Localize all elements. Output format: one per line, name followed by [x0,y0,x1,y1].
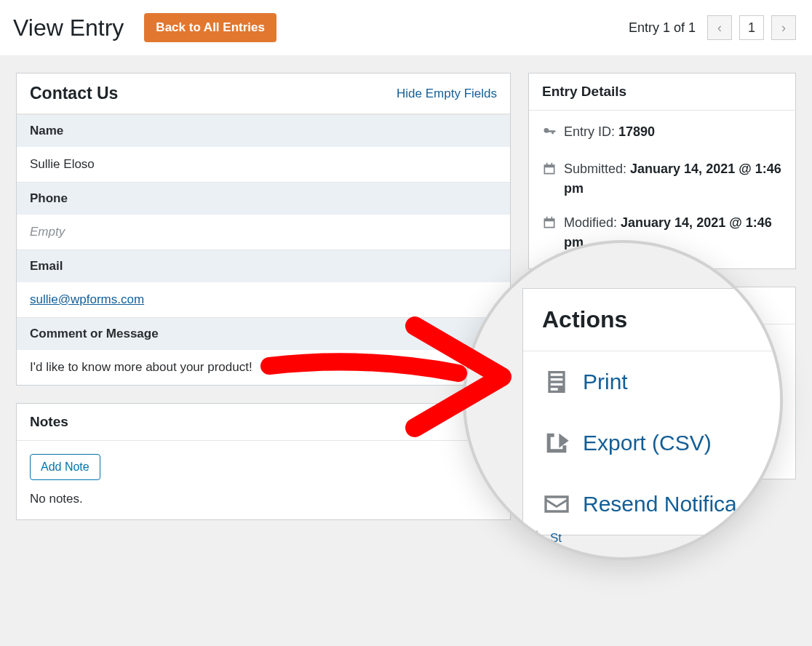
magnified-action-export[interactable]: Export (CSV) [523,412,780,474]
field-value-name: Sullie Eloso [17,147,510,182]
no-notes-text: No notes. [30,492,497,506]
field-label-name: Name [17,114,510,147]
pager-page-number: 1 [739,15,764,40]
hide-empty-fields-link[interactable]: Hide Empty Fields [397,87,497,101]
entry-details-title: Entry Details [542,84,626,100]
magnifier-overlay: Actions Print Export (CSV) Resend Notifi… [463,240,783,560]
field-value-email: sullie@wpforms.com [17,282,510,317]
detail-entry-id: Entry ID: 17890 [542,122,782,145]
magnified-star-label: St [550,531,562,546]
calendar-icon [542,162,557,182]
field-label-email: Email [17,250,510,282]
pager-count: Entry 1 of 1 [629,20,696,36]
notes-card: Notes Add Note No notes. [16,403,511,520]
notes-title: Notes [30,414,68,430]
pager-next-button[interactable]: › [771,15,796,40]
notes-body: Add Note No notes. [17,441,510,519]
mail-icon [542,490,571,519]
magnified-actions-title: Actions [542,306,761,333]
submitted-label: Submitted: [564,162,626,176]
modified-label: Modified: [564,215,617,230]
back-to-entries-button[interactable]: Back to All Entries [144,13,276,42]
field-value-comment: I'd like to know more about your product… [17,350,510,385]
field-value-phone: Empty [17,215,510,250]
magnified-print-label: Print [583,370,628,394]
pager-prev-button[interactable]: ‹ [707,15,732,40]
form-title: Contact Us [30,84,118,103]
left-column: Contact Us Hide Empty Fields Name Sullie… [16,73,511,538]
calendar-icon [542,215,557,236]
page-title: View Entry [13,15,124,41]
magnified-resend-label: Resend Notifica [583,492,737,517]
field-label-phone: Phone [17,182,510,215]
magnified-actions-header: Actions [523,289,780,351]
print-icon [542,367,571,396]
top-bar: View Entry Back to All Entries Entry 1 o… [0,0,812,55]
magnified-action-print[interactable]: Print [523,351,780,412]
field-label-comment: Comment or Message [17,317,510,350]
detail-submitted: Submitted: January 14, 2021 @ 1:46 pm [542,159,782,199]
entry-pager: Entry 1 of 1 ‹ 1 › [629,15,796,40]
entry-details-header: Entry Details [529,73,795,111]
entry-fields-card: Contact Us Hide Empty Fields Name Sullie… [16,73,511,386]
entry-details-card: Entry Details Entry ID: 17890 [528,73,796,269]
key-icon [542,124,557,145]
magnified-actions-card: Actions Print Export (CSV) Resend Notifi… [522,288,780,535]
notes-header: Notes [17,404,510,441]
add-note-button[interactable]: Add Note [30,454,100,480]
entry-id-value: 17890 [618,124,655,139]
entry-id-label: Entry ID: [564,124,615,139]
email-link[interactable]: sullie@wpforms.com [30,292,144,306]
magnified-export-label: Export (CSV) [583,431,712,455]
entry-fields-header: Contact Us Hide Empty Fields [17,73,510,114]
export-icon [542,428,571,458]
